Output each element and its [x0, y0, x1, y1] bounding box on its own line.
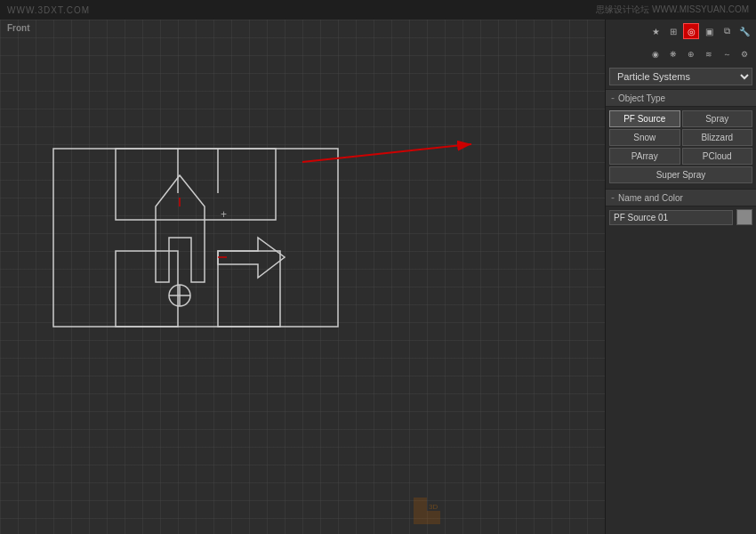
tab-asterisk-icon[interactable]: ❋ — [665, 46, 681, 62]
svg-marker-7 — [218, 238, 285, 278]
icon-toolbar-top: ★ ⊞ ◎ ▣ ⧉ 🔧 — [606, 20, 756, 43]
object-type-grid: PF Source Spray Snow Blizzard PArray PCl… — [606, 107, 756, 187]
spray-button[interactable]: Spray — [682, 110, 753, 127]
viewport: Front + — [0, 20, 605, 534]
top-bar: WWW.3DXT.COM 思缘设计论坛 WWW.MISSYUAN.COM — [0, 0, 756, 20]
svg-marker-6 — [156, 175, 205, 282]
object-type-header: - Object Type — [606, 89, 756, 107]
svg-rect-1 — [116, 149, 276, 220]
super-spray-button[interactable]: Super Spray — [609, 166, 752, 183]
object-type-label: Object Type — [618, 93, 665, 103]
grid-icon[interactable]: ⊞ — [665, 23, 681, 39]
tab-circle-icon[interactable]: ◉ — [647, 46, 664, 62]
name-color-label: Name and Color — [618, 193, 683, 203]
pf-source-button[interactable]: PF Source — [609, 110, 680, 127]
bottom-watermark: 3D — [409, 493, 445, 529]
name-color-header: - Name and Color — [606, 189, 756, 206]
tab-wave-icon[interactable]: ～ — [719, 46, 735, 62]
svg-rect-3 — [218, 251, 280, 327]
tab-plus-icon[interactable]: ⊕ — [683, 46, 699, 62]
tab-row: ◉ ❋ ⊕ ≋ ～ ⚙ — [606, 43, 756, 66]
svg-text:+: + — [221, 208, 227, 221]
pf-source-drawing: + — [44, 122, 347, 336]
parray-button[interactable]: PArray — [609, 148, 680, 165]
display-icon[interactable]: ▣ — [701, 23, 717, 39]
svg-text:3D: 3D — [429, 503, 438, 511]
name-input-row — [606, 206, 756, 228]
svg-rect-16 — [414, 498, 427, 524]
svg-rect-0 — [53, 149, 338, 327]
tab-gear-icon[interactable]: ⚙ — [736, 46, 752, 62]
star-icon[interactable]: ★ — [647, 23, 664, 39]
svg-rect-17 — [427, 511, 440, 524]
particle-systems-dropdown-row: Particle Systems Geometry Shapes Lights … — [606, 66, 756, 87]
left-watermark: WWW.3DXT.COM — [7, 5, 90, 15]
particle-systems-dropdown[interactable]: Particle Systems Geometry Shapes Lights … — [609, 68, 752, 85]
tab-lines-icon[interactable]: ≋ — [701, 46, 717, 62]
right-panel: ★ ⊞ ◎ ▣ ⧉ 🔧 ◉ ❋ ⊕ ≋ ～ ⚙ Particle Systems… — [605, 20, 756, 534]
utility-icon[interactable]: ⧉ — [719, 23, 735, 39]
object-name-input[interactable] — [609, 210, 733, 225]
object-type-section: - Object Type PF Source Spray Snow Blizz… — [606, 89, 756, 187]
particle-icon[interactable]: ◎ — [683, 23, 699, 39]
collapse-object-type[interactable]: - — [611, 92, 615, 104]
snow-button[interactable]: Snow — [609, 129, 680, 146]
main-layout: Front + — [0, 20, 756, 534]
wrench-icon[interactable]: 🔧 — [736, 23, 752, 39]
viewport-label: Front — [7, 23, 30, 33]
pcloud-button[interactable]: PCloud — [682, 148, 753, 165]
collapse-name-color[interactable]: - — [611, 191, 615, 204]
name-color-section: - Name and Color — [606, 189, 756, 228]
blizzard-button[interactable]: Blizzard — [682, 129, 753, 146]
color-swatch[interactable] — [736, 209, 752, 225]
right-watermark: 思缘设计论坛 WWW.MISSYUAN.COM — [596, 4, 749, 16]
